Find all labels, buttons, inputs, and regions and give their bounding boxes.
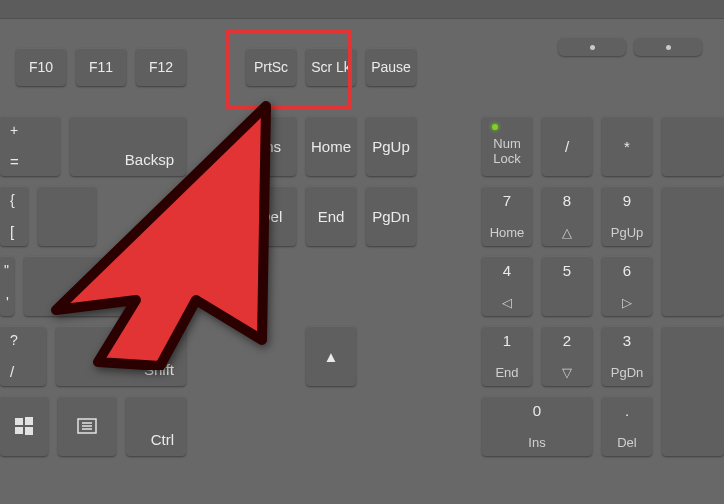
arrow-up-icon: ▲ — [306, 326, 356, 386]
key-label: PgUp — [366, 116, 416, 176]
key-sublabel: PgDn — [602, 365, 652, 380]
numpad-8-key[interactable]: 8△ — [542, 186, 592, 246]
key-label: 3 — [602, 332, 652, 349]
numpad-plus-key[interactable] — [662, 186, 724, 316]
numpad-enter-key[interactable] — [662, 326, 724, 456]
key-label-upper: { — [10, 192, 15, 208]
key-label: PgDn — [366, 186, 416, 246]
numpad-minus-key[interactable] — [662, 116, 724, 176]
key-label: Backsp — [125, 151, 174, 168]
numpad-4-key[interactable]: 4◁ — [482, 256, 532, 316]
menu-key[interactable] — [58, 396, 116, 456]
svg-rect-2 — [15, 427, 23, 434]
key-label: Home — [306, 116, 356, 176]
numpad-2-key[interactable]: 2▽ — [542, 326, 592, 386]
key-label: PrtSc — [246, 48, 296, 86]
numpad-1-key[interactable]: 1End — [482, 326, 532, 386]
quote-key[interactable]: "' — [0, 256, 14, 316]
key-label-lower: = — [10, 153, 19, 170]
windows-icon — [0, 396, 48, 456]
arrow-up-key[interactable]: ▲ — [306, 326, 356, 386]
numpad-3-key[interactable]: 3PgDn — [602, 326, 652, 386]
menu-icon — [58, 396, 116, 456]
slash-key[interactable]: ?/ — [0, 326, 46, 386]
key-label: / — [542, 116, 592, 176]
key-label: Pause — [366, 48, 416, 86]
f12-key[interactable]: F12 — [136, 48, 186, 86]
key-label-lower: ' — [6, 293, 9, 310]
key-sublabel: Del — [602, 435, 652, 450]
end-key[interactable]: End — [306, 186, 356, 246]
pause-key[interactable]: Pause — [366, 48, 416, 86]
delete-key[interactable]: Del — [246, 186, 296, 246]
key-sublabel-down-icon: ▽ — [542, 365, 592, 380]
shift-key[interactable]: Shift — [56, 326, 186, 386]
key-label: Shift — [144, 361, 174, 378]
key-label: er — [161, 291, 174, 308]
key-label-upper: + — [10, 122, 18, 138]
key-label: Scr Lk — [306, 48, 356, 86]
key-sublabel: PgUp — [602, 225, 652, 240]
numpad-6-key[interactable]: 6▷ — [602, 256, 652, 316]
backspace-key[interactable]: Backsp — [70, 116, 186, 176]
key-label: 4 — [482, 262, 532, 279]
numpad-7-key[interactable]: 7Home — [482, 186, 532, 246]
key-sublabel-left-icon: ◁ — [482, 295, 532, 310]
bracket-key[interactable]: {[ — [0, 186, 28, 246]
key-sublabel-up-icon: △ — [542, 225, 592, 240]
key-label: End — [306, 186, 356, 246]
key-label: 0 — [482, 402, 592, 419]
key-sublabel: Home — [482, 225, 532, 240]
key-label: Del — [246, 186, 296, 246]
ctrl-key[interactable]: Ctrl — [126, 396, 186, 456]
insert-key[interactable]: Ins — [246, 116, 296, 176]
key-sublabel: End — [482, 365, 532, 380]
key-label: 6 — [602, 262, 652, 279]
key-label-lower: [ — [10, 223, 14, 240]
key-label: F12 — [136, 48, 186, 86]
windows-key[interactable] — [0, 396, 48, 456]
key-label: Ctrl — [151, 431, 174, 448]
key-label: . — [602, 402, 652, 419]
key-sublabel: Ins — [482, 435, 592, 450]
numpad-slash-key[interactable]: / — [542, 116, 592, 176]
numlock-led-icon — [492, 124, 498, 130]
key-label: 7 — [482, 192, 532, 209]
svg-rect-1 — [25, 417, 33, 425]
key-label-upper: ? — [10, 332, 18, 348]
numpad-dot-key[interactable]: .Del — [602, 396, 652, 456]
f11-key[interactable]: F11 — [76, 48, 126, 86]
key-label: Num Lock — [482, 137, 532, 166]
svg-rect-3 — [25, 427, 33, 435]
key-label-upper: " — [4, 262, 9, 278]
enter-key[interactable]: er — [24, 256, 186, 316]
key-label: 9 — [602, 192, 652, 209]
home-key[interactable]: Home — [306, 116, 356, 176]
key-sublabel-right-icon: ▷ — [602, 295, 652, 310]
key-label: 8 — [542, 192, 592, 209]
numlock-key[interactable]: Num Lock — [482, 116, 532, 176]
numpad-star-key[interactable]: * — [602, 116, 652, 176]
key-label: F11 — [76, 48, 126, 86]
f10-key[interactable]: F10 — [16, 48, 66, 86]
equals-key[interactable]: += — [0, 116, 60, 176]
svg-rect-0 — [15, 418, 23, 425]
prtsc-key[interactable]: PrtSc — [246, 48, 296, 86]
pgup-key[interactable]: PgUp — [366, 116, 416, 176]
numpad-0-key[interactable]: 0Ins — [482, 396, 592, 456]
key-label: F10 — [16, 48, 66, 86]
numpad-5-key[interactable]: 5 — [542, 256, 592, 316]
indicator-strip-1 — [558, 38, 626, 56]
key-label-lower: / — [10, 363, 14, 380]
key-label: Ins — [246, 116, 296, 176]
scrlk-key[interactable]: Scr Lk — [306, 48, 356, 86]
key-label: 2 — [542, 332, 592, 349]
key-label: 1 — [482, 332, 532, 349]
key-label: 5 — [542, 262, 592, 279]
key-label: * — [602, 116, 652, 176]
pgdn-key[interactable]: PgDn — [366, 186, 416, 246]
rbracket-key[interactable] — [38, 186, 96, 246]
indicator-strip-2 — [634, 38, 702, 56]
numpad-9-key[interactable]: 9PgUp — [602, 186, 652, 246]
